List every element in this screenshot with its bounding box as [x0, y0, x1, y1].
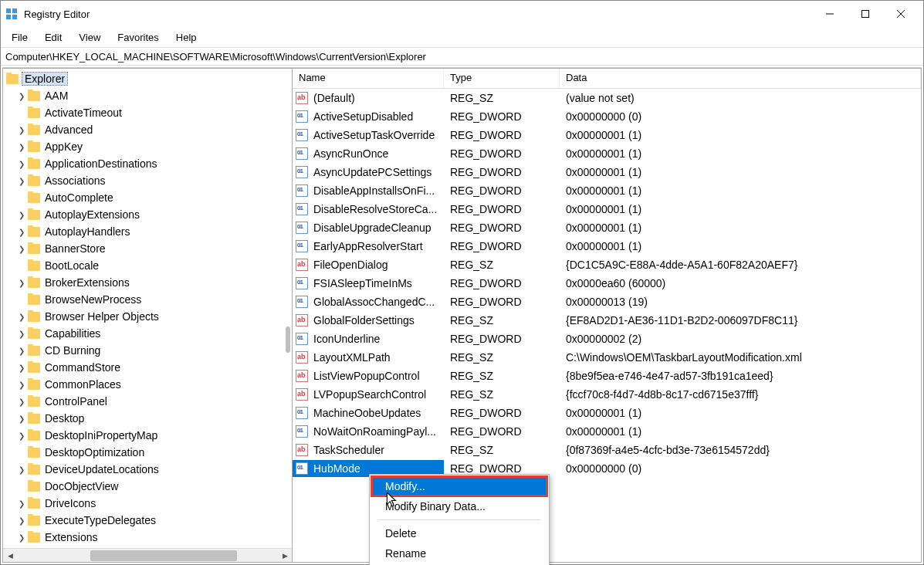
expander-icon[interactable]: ❯ — [17, 313, 26, 321]
value-row[interactable]: AsyncRunOnceREG_DWORD0x00000001 (1) — [293, 144, 921, 163]
expander-icon[interactable]: ❯ — [17, 160, 26, 168]
value-name: ActiveSetupDisabled — [311, 110, 415, 123]
tree-item[interactable]: ❯CommandStore — [17, 359, 292, 376]
expander-icon[interactable]: ❯ — [17, 279, 26, 287]
tree-item[interactable]: ❯BootLocale — [17, 257, 292, 274]
value-row[interactable]: FileOpenDialogREG_SZ{DC1C5A9C-E88A-4dde-… — [293, 255, 921, 274]
menu-edit[interactable]: Edit — [37, 30, 69, 45]
cell-type: REG_DWORD — [444, 407, 560, 419]
tree-item[interactable]: ❯DesktopIniPropertyMap — [17, 427, 292, 444]
address-bar[interactable]: Computer\HKEY_LOCAL_MACHINE\SOFTWARE\Mic… — [1, 47, 923, 66]
tree-hscrollbar[interactable]: ◀ ▶ — [3, 548, 292, 562]
folder-icon — [28, 431, 40, 441]
tree-item[interactable]: ❯Advanced — [17, 121, 292, 138]
scroll-right-icon[interactable]: ▶ — [278, 549, 292, 563]
tree-item[interactable]: ❯BrowseNewProcess — [17, 291, 292, 308]
expander-icon[interactable]: ❯ — [17, 211, 26, 219]
scroll-thumb[interactable] — [90, 550, 237, 561]
menu-favorites[interactable]: Favorites — [110, 30, 166, 45]
column-name[interactable]: Name — [293, 69, 444, 88]
value-row[interactable]: LayoutXMLPathREG_SZC:\Windows\OEM\Taskba… — [293, 348, 921, 367]
expander-icon[interactable]: ❯ — [17, 499, 26, 508]
column-data[interactable]: Data — [560, 69, 921, 88]
expander-icon[interactable]: ❯ — [17, 465, 26, 474]
expander-icon[interactable]: ❯ — [17, 92, 26, 100]
value-row[interactable]: ListViewPopupControlREG_SZ{8be9f5ea-e746… — [293, 367, 921, 385]
expander-icon[interactable]: ❯ — [17, 126, 26, 134]
value-row[interactable]: FSIASleepTimeInMsREG_DWORD0x0000ea60 (60… — [293, 274, 921, 293]
tree-pane[interactable]: Explorer ❯AAM❯ActivateTimeout❯Advanced❯A… — [2, 68, 293, 563]
tree-item[interactable]: ❯Associations — [17, 172, 292, 189]
tree-item[interactable]: ❯AutoplayHandlers — [17, 223, 292, 240]
expander-icon[interactable]: ❯ — [17, 381, 26, 389]
tree-item[interactable]: ❯ActivateTimeout — [17, 104, 292, 121]
context-delete[interactable]: Delete — [371, 523, 547, 543]
tree-item[interactable]: ❯DeviceUpdateLocations — [17, 461, 292, 478]
expander-icon[interactable]: ❯ — [17, 414, 26, 423]
value-row[interactable]: TaskSchedulerREG_SZ{0f87369f-a4e5-4cfc-b… — [293, 441, 921, 459]
expander-icon[interactable]: ❯ — [17, 533, 26, 542]
expander-icon[interactable]: ❯ — [17, 347, 26, 355]
cell-data: {0f87369f-a4e5-4cfc-bd3e-73e6154572dd} — [560, 444, 921, 456]
expander-icon[interactable]: ❯ — [17, 228, 26, 236]
expander-icon[interactable]: ❯ — [17, 330, 26, 338]
tree-item[interactable]: ❯DesktopOptimization — [17, 444, 292, 461]
expander-icon[interactable]: ❯ — [17, 364, 26, 372]
maximize-button[interactable] — [848, 1, 883, 27]
expander-icon[interactable]: ❯ — [17, 177, 26, 185]
tree-vscrollbar-thumb[interactable] — [286, 326, 290, 353]
value-row[interactable]: (Default)REG_SZ(value not set) — [293, 89, 921, 107]
menu-view[interactable]: View — [71, 30, 108, 45]
context-modify[interactable]: Modify... — [371, 475, 548, 497]
value-row[interactable]: ActiveSetupTaskOverrideREG_DWORD0x000000… — [293, 126, 921, 144]
tree-item[interactable]: ❯Extensions — [17, 529, 292, 546]
tree-item[interactable]: ❯AutoComplete — [17, 189, 292, 206]
tree-root-explorer[interactable]: Explorer — [6, 70, 292, 87]
tree-item[interactable]: ❯CommonPlaces — [17, 376, 292, 393]
menu-file[interactable]: File — [4, 30, 36, 45]
value-row[interactable]: ActiveSetupDisabledREG_DWORD0x00000000 (… — [293, 107, 921, 126]
tree-item[interactable]: ❯Capabilities — [17, 325, 292, 342]
context-modify-binary[interactable]: Modify Binary Data... — [371, 496, 547, 516]
value-row[interactable]: MachineOobeUpdatesREG_DWORD0x00000001 (1… — [293, 404, 921, 422]
value-name: DisableUpgradeCleanup — [311, 221, 434, 235]
tree-item[interactable]: ❯ApplicationDestinations — [17, 155, 292, 172]
tree-item[interactable]: ❯DocObjectView — [17, 478, 292, 495]
scroll-left-icon[interactable]: ◀ — [3, 549, 17, 563]
scroll-track[interactable] — [17, 549, 278, 563]
value-row[interactable]: LVPopupSearchControlREG_SZ{fccf70c8-f4d7… — [293, 385, 921, 404]
value-row[interactable]: GlobalFolderSettingsREG_SZ{EF8AD2D1-AE36… — [293, 311, 921, 330]
value-row[interactable]: AsyncUpdatePCSettingsREG_DWORD0x00000001… — [293, 163, 921, 181]
expander-icon[interactable]: ❯ — [17, 398, 26, 406]
value-row[interactable]: EarlyAppResolverStartREG_DWORD0x00000001… — [293, 237, 921, 255]
expander-icon[interactable]: ❯ — [17, 516, 26, 525]
tree-item[interactable]: ❯AutoplayExtensions — [17, 206, 292, 223]
value-row[interactable]: DisableUpgradeCleanupREG_DWORD0x00000001… — [293, 218, 921, 237]
value-row[interactable]: DisableAppInstallsOnFi...REG_DWORD0x0000… — [293, 181, 921, 200]
tree-item[interactable]: ❯Browser Helper Objects — [17, 308, 292, 325]
tree-item[interactable]: ❯DriveIcons — [17, 495, 292, 512]
string-value-icon — [296, 388, 308, 401]
tree-item[interactable]: ❯CD Burning — [17, 342, 292, 359]
value-row[interactable]: IconUnderlineREG_DWORD0x00000002 (2) — [293, 330, 921, 348]
tree-item[interactable]: ❯AppKey — [17, 138, 292, 155]
close-button[interactable] — [883, 1, 919, 27]
minimize-button[interactable] — [812, 1, 848, 27]
tree-item[interactable]: ❯ExecuteTypeDelegates — [17, 512, 292, 529]
expander-icon[interactable]: ❯ — [17, 245, 26, 253]
expander-icon[interactable]: ❯ — [17, 431, 26, 440]
value-row[interactable]: DisableResolveStoreCa...REG_DWORD0x00000… — [293, 200, 921, 218]
value-row[interactable]: GlobalAssocChangedC...REG_DWORD0x0000001… — [293, 293, 921, 311]
folder-icon — [28, 448, 40, 458]
expander-icon[interactable]: ❯ — [17, 143, 26, 151]
tree-item[interactable]: ❯ControlPanel — [17, 393, 292, 410]
value-row[interactable]: NoWaitOnRoamingPayl...REG_DWORD0x0000000… — [293, 422, 921, 441]
separator — [377, 519, 541, 520]
column-type[interactable]: Type — [444, 69, 560, 88]
tree-item[interactable]: ❯AAM — [17, 87, 292, 104]
context-rename[interactable]: Rename — [371, 543, 547, 563]
tree-item[interactable]: ❯BrokerExtensions — [17, 274, 292, 291]
menu-help[interactable]: Help — [168, 30, 205, 45]
tree-item[interactable]: ❯Desktop — [17, 410, 292, 427]
tree-item[interactable]: ❯BannerStore — [17, 240, 292, 257]
